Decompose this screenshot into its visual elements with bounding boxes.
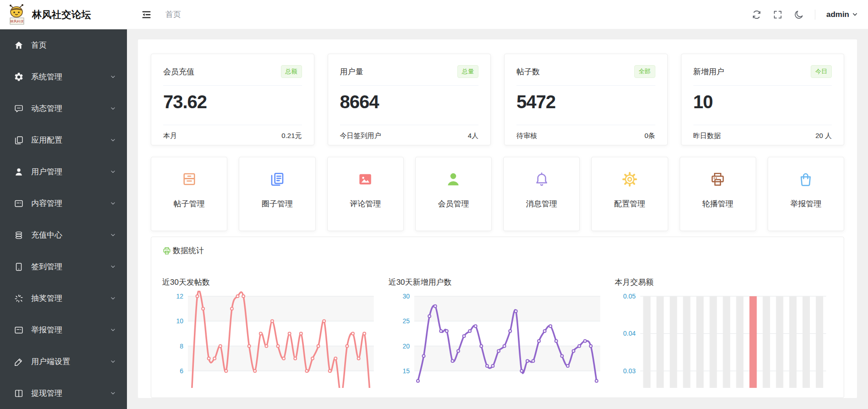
menu-fold-icon[interactable] [142,10,152,20]
shortcut-members[interactable]: 会员管理 [415,157,492,231]
shortcut-label: 消息管理 [526,199,557,209]
shortcut-circles[interactable]: 圈子管理 [239,157,315,231]
chevron-down-icon [110,295,116,301]
chevron-down-icon [110,327,116,333]
main-content: 会员充值 总额 73.62 本月 0.21元 用户量 总量 8664 今日签到用… [127,29,868,409]
svg-text:25: 25 [402,317,410,325]
shortcut-label: 帖子管理 [174,199,205,209]
sidebar-item-checkin[interactable]: 签到管理 [0,251,127,282]
shortcut-posts[interactable]: 帖子管理 [151,157,227,231]
shortcut-config[interactable]: 配置管理 [591,157,668,231]
app-logo: 林风科技 林风社交论坛 [0,0,127,29]
shortcut-label: 举报管理 [790,199,821,209]
sidebar-item-label: 动态管理 [31,103,62,114]
chart-line-1: 近30天新增用户数30252015 [389,277,607,388]
panel-header: 数据统计 [162,245,833,256]
stat-label: 用户量 [340,66,363,77]
sidebar-item-lottery[interactable]: 抽奖管理 [0,282,127,314]
user-icon [14,167,24,177]
chart-bar-2: 本月交易额0.050.040.03 [615,277,833,388]
sidebar-item-home[interactable]: 首页 [0,29,127,61]
sidebar-item-label: 签到管理 [31,261,62,272]
shortcut-label: 圈子管理 [262,199,293,209]
sidebar-item-recharge[interactable]: 充值中心 [0,219,127,251]
bee-logo-icon: 林风科技 [7,4,27,26]
stat-foot-value: 0.21元 [281,132,302,140]
sidebar-item-label: 应用配置 [31,135,62,145]
stat-label: 新增用户 [693,66,725,77]
stat-value: 5472 [516,86,655,117]
picture-icon [357,171,374,188]
moon-icon[interactable] [794,10,804,20]
sidebar-item-label: 系统管理 [31,72,62,82]
stat-badge: 总量 [457,65,478,78]
sidebar-item-system[interactable]: 系统管理 [0,61,127,93]
sidebar-item-label: 内容管理 [31,198,62,209]
svg-text:8: 8 [180,343,183,350]
book-icon [14,388,24,398]
shortcut-cards: 帖子管理 圈子管理 评论管理 会员管理 消息管理 配置管理 轮播管理 举报管理 [151,157,844,231]
fullscreen-icon[interactable] [773,10,783,20]
header-actions: admin [752,10,868,20]
sidebar-item-label: 首页 [31,40,47,50]
content-wrapper: 会员充值 总额 73.62 本月 0.21元 用户量 总量 8664 今日签到用… [138,39,857,398]
username: admin [826,10,849,19]
stat-cards: 会员充值 总额 73.62 本月 0.21元 用户量 总量 8664 今日签到用… [151,54,844,145]
printer-green-icon [162,246,171,255]
data-statistics-panel: 数据统计 近30天发帖数121086近30天新增用户数30252015本月交易额… [151,237,844,398]
sidebar-item-label: 举报管理 [31,325,62,335]
pen-icon [14,357,24,367]
stat-card-post-count: 帖子数 全部 5472 待审核 0条 [504,54,668,145]
chevron-down-icon [110,390,116,396]
cog-icon [621,171,638,188]
bell-icon [533,171,550,188]
stat-value: 73.62 [163,86,302,117]
app-title: 林风社交论坛 [32,8,91,21]
user-menu[interactable]: admin [826,10,858,19]
message-icon [14,104,24,114]
refresh-icon[interactable] [752,10,762,20]
sidebar-item-label: 充值中心 [31,230,62,240]
stat-card-user-count: 用户量 总量 8664 今日签到用户 4人 [328,54,491,145]
stat-badge: 总额 [281,65,302,78]
sidebar-item-users[interactable]: 用户管理 [0,156,127,188]
shortcut-carousel[interactable]: 轮播管理 [680,157,756,231]
tablet-icon [14,262,24,272]
sidebar-item-app-config[interactable]: 应用配置 [0,124,127,156]
charts-row: 近30天发帖数121086近30天新增用户数30252015本月交易额0.050… [162,277,833,388]
shortcut-reports[interactable]: 举报管理 [768,157,844,231]
svg-text:20: 20 [402,343,410,350]
shortcut-comments[interactable]: 评论管理 [327,157,404,231]
svg-text:10: 10 [176,317,183,325]
breadcrumb[interactable]: 首页 [165,9,181,20]
chevron-down-icon [110,137,116,143]
sidebar-item-content[interactable]: 内容管理 [0,188,127,219]
sidebar-item-dynamic[interactable]: 动态管理 [0,93,127,124]
shortcut-label: 会员管理 [438,199,469,209]
svg-text:30: 30 [402,293,410,300]
svg-text:0.03: 0.03 [623,367,636,375]
sidebar-item-label: 抽奖管理 [31,293,62,304]
docs-icon [269,171,286,188]
stat-foot-value: 0条 [644,132,655,140]
header-divider [815,10,815,20]
shortcut-messages[interactable]: 消息管理 [503,157,580,231]
shortcut-label: 配置管理 [614,199,645,209]
stat-label: 会员充值 [163,66,194,77]
sidebar-item-client-settings[interactable]: 用户端设置 [0,346,127,377]
chart-title: 本月交易额 [615,277,833,287]
chart-title: 近30天新增用户数 [389,277,607,287]
chevron-down-icon [110,359,116,365]
sidebar: 首页系统管理动态管理应用配置用户管理内容管理充值中心签到管理抽奖管理举报管理用户… [0,29,127,409]
sidebar-item-report[interactable]: 举报管理 [0,314,127,346]
stat-badge: 今日 [811,65,832,78]
chart-line-0: 近30天发帖数121086 [162,277,380,388]
panel-title: 数据统计 [173,245,204,256]
chevron-down-icon [852,11,858,17]
sidebar-item-label: 提现管理 [31,388,62,398]
copy-icon [14,135,24,145]
form-icon [14,325,24,335]
logo-tag-text: 林风科技 [10,19,24,23]
archive-icon [181,171,198,188]
sidebar-item-withdraw[interactable]: 提现管理 [0,377,127,409]
